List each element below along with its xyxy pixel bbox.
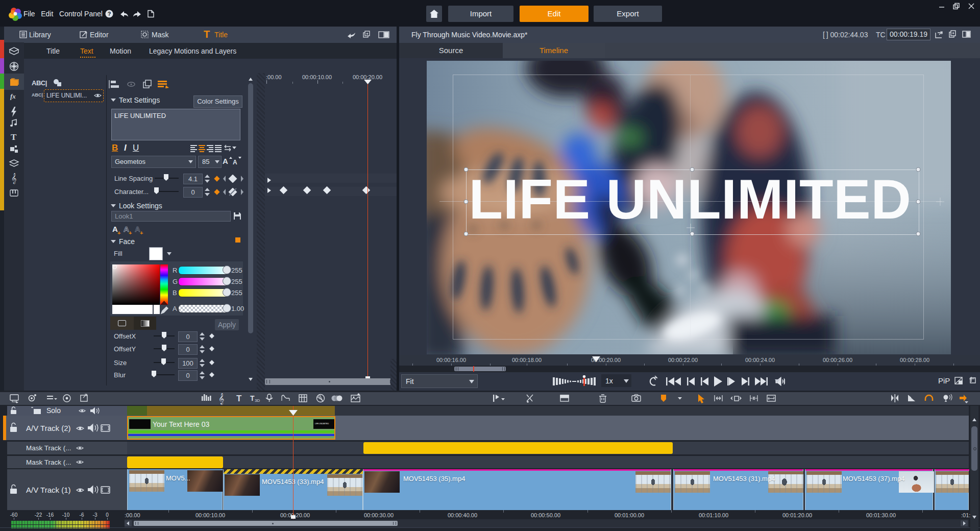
svg-text:T: T xyxy=(11,132,17,142)
svg-text:𝄞: 𝄞 xyxy=(11,173,17,184)
svg-text:A/V Track (2): A/V Track (2) xyxy=(26,424,71,432)
svg-text:fx: fx xyxy=(10,92,16,100)
svg-text:T: T xyxy=(236,394,242,403)
svg-text:𝄞: 𝄞 xyxy=(218,393,224,405)
svg-text:Mask Track (...: Mask Track (... xyxy=(26,458,71,466)
svg-text:A: A xyxy=(233,159,237,166)
svg-text:A: A xyxy=(223,157,228,165)
svg-text:+: + xyxy=(117,230,120,235)
svg-text:A/V Track (1): A/V Track (1) xyxy=(26,486,71,494)
svg-text:Solo: Solo xyxy=(46,406,61,415)
svg-text:T: T xyxy=(250,394,255,402)
svg-text:Mask Track (...: Mask Track (... xyxy=(26,444,71,452)
svg-text:?: ? xyxy=(108,11,111,17)
svg-text:+: + xyxy=(140,230,143,235)
svg-text:+: + xyxy=(129,230,132,235)
svg-text:3D: 3D xyxy=(255,398,260,403)
